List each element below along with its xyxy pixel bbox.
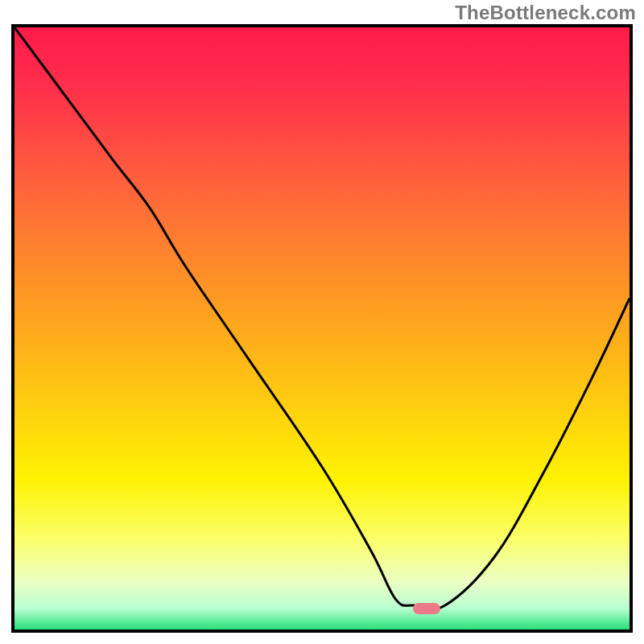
chart-frame: TheBottleneck.com: [0, 0, 644, 644]
watermark-text: TheBottleneck.com: [455, 2, 636, 24]
plot-border: [11, 24, 633, 633]
